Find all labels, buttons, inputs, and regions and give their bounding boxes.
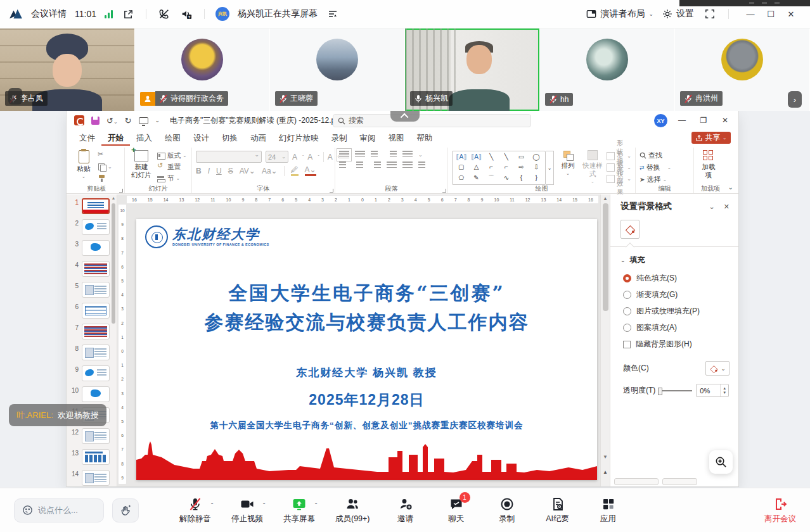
ppt-restore-button[interactable]: ❐ — [693, 111, 714, 130]
collapse-ribbon-icon[interactable]: ⌄ — [728, 184, 733, 191]
slideshow-icon[interactable] — [139, 117, 148, 124]
picture-fill-radio[interactable]: 图片或纹理填充(P) — [623, 306, 730, 317]
mic-options-chevron[interactable]: ⌃ — [210, 502, 214, 508]
char-spacing-button[interactable]: AV⌄ — [240, 167, 255, 175]
menu-draw[interactable]: 绘图 — [158, 132, 187, 146]
minimize-button[interactable]: — — [740, 4, 761, 23]
menu-review[interactable]: 审阅 — [354, 132, 382, 146]
format-painter-button[interactable] — [98, 174, 112, 183]
bullets-button[interactable] — [339, 151, 349, 159]
replace-button[interactable]: ⇄替换⌄ — [640, 163, 671, 172]
menu-record[interactable]: 录制 — [325, 132, 354, 146]
justify-button[interactable] — [387, 162, 397, 170]
reset-button[interactable]: 重置 — [157, 162, 187, 172]
stop-video-button[interactable]: ⌃ 停止视频 — [231, 497, 263, 524]
shrink-font-button[interactable]: Aˇ — [307, 153, 319, 162]
transparency-spinner[interactable]: 0%▲▼ — [696, 384, 729, 397]
menu-home[interactable]: 开始 — [101, 132, 130, 146]
slide-thumbnail[interactable]: 5 — [67, 282, 117, 298]
slide-thumbnail[interactable]: 7 — [67, 324, 117, 339]
thumbnail-scrollbar[interactable]: ▲ — [111, 196, 116, 485]
font-color-button[interactable]: A⌄ — [305, 165, 316, 176]
unmute-button[interactable]: ⌃ 解除静音 — [179, 497, 211, 524]
distribute-button[interactable] — [402, 162, 413, 170]
hide-background-checkbox[interactable]: 隐藏背景图形(H) — [623, 339, 730, 350]
line-spacing-button[interactable] — [402, 151, 413, 159]
columns-button[interactable] — [418, 162, 428, 170]
transparency-slider[interactable] — [659, 390, 692, 391]
align-center-button[interactable] — [355, 162, 365, 170]
grow-font-button[interactable]: Aˆ — [292, 153, 304, 162]
slide-thumbnail[interactable]: 10 — [67, 386, 117, 402]
audio-mode-icon[interactable]: T — [179, 7, 193, 21]
slide-thumbnail[interactable]: 4 — [67, 261, 117, 277]
menu-transitions[interactable]: 切换 — [215, 132, 244, 146]
slide-canvas[interactable]: 东北财经大学 DONGBEI UNIVERSITY OF FINANCE & E… — [136, 219, 597, 480]
quick-chat-input[interactable]: 说点什么... — [14, 498, 104, 522]
font-size-select[interactable]: 24⌄ — [266, 151, 288, 163]
menu-view[interactable]: 视图 — [382, 132, 411, 146]
video-options-chevron[interactable]: ⌃ — [262, 502, 266, 508]
invite-button[interactable]: 邀请 — [390, 497, 421, 524]
share-screen-button[interactable]: ⌃ 共享屏幕 — [283, 497, 315, 524]
search-input[interactable]: 搜索 — [333, 114, 531, 127]
slide-thumbnail[interactable]: 1 — [67, 198, 117, 214]
fullscreen-icon[interactable] — [703, 7, 717, 21]
solid-fill-radio[interactable]: 纯色填充(S) — [623, 273, 730, 284]
menu-slideshow[interactable]: 幻灯片放映 — [273, 132, 325, 146]
strip-scroll-right-button[interactable]: › — [788, 91, 802, 108]
font-name-select[interactable] — [196, 151, 262, 163]
slide-thumbnail[interactable]: 6 — [67, 303, 117, 319]
layout-selector[interactable]: 演讲者布局 ⌄ — [586, 8, 653, 20]
apps-button[interactable]: 应用 — [593, 497, 624, 524]
slide-thumbnail[interactable]: 8 — [67, 345, 117, 360]
gradient-fill-radio[interactable]: 渐变填充(G) — [623, 289, 730, 300]
bold-button[interactable]: B — [196, 167, 202, 175]
copy-button[interactable]: ⌄ — [98, 162, 112, 172]
meeting-details-button[interactable]: 会议详情 — [31, 8, 67, 20]
new-slide-button[interactable]: 新建 幻灯片 — [129, 148, 154, 185]
addins-button[interactable]: 加载项 — [698, 148, 719, 185]
ai-minutes-button[interactable]: AI纪要 — [543, 497, 573, 524]
settings-button[interactable]: 设置 — [662, 8, 694, 20]
select-button[interactable]: ➤选择⌄ — [640, 175, 671, 184]
participant-tile[interactable]: 诗得丽行政会务 — [135, 28, 270, 111]
increase-indent-button[interactable] — [387, 151, 397, 159]
panel-collapse-icon[interactable]: ⌄ — [709, 203, 715, 211]
slide-thumbnail[interactable]: 2 — [67, 219, 117, 235]
slide-thumbnail-panel[interactable]: 1234567891011121314 ▲ — [67, 194, 117, 486]
italic-button[interactable]: I — [208, 167, 210, 175]
phone-off-icon[interactable] — [157, 7, 171, 21]
undo-icon[interactable]: ↺⌄ — [106, 117, 118, 125]
participant-tile-active-speaker[interactable]: 杨兴凯 — [405, 28, 540, 111]
slide-thumbnail[interactable]: 13 — [67, 449, 117, 465]
arrange-button[interactable]: 排列⌄ — [557, 148, 579, 185]
redo-icon[interactable]: ↻ — [125, 117, 132, 125]
ppt-close-button[interactable]: ✕ — [714, 111, 736, 130]
zoom-in-button[interactable] — [709, 450, 733, 474]
strip-scroll-left-button[interactable]: ‹ — [8, 88, 22, 104]
change-case-button[interactable]: Aa⌄ — [262, 167, 278, 175]
color-picker-button[interactable]: ⌄ — [705, 361, 730, 376]
strike-button[interactable]: S — [228, 167, 233, 175]
account-avatar[interactable]: XY — [654, 114, 667, 127]
find-button[interactable]: 查找 — [640, 151, 671, 160]
align-left-button[interactable] — [339, 162, 349, 170]
participant-tile[interactable]: hh — [540, 28, 675, 111]
strip-collapse-tab[interactable] — [390, 111, 420, 122]
slide-thumbnail[interactable]: 9 — [67, 365, 117, 381]
menu-design[interactable]: 设计 — [187, 132, 215, 146]
record-button[interactable]: 录制 — [492, 497, 522, 524]
members-button[interactable]: 成员(99+) — [335, 497, 370, 524]
share-options-chevron[interactable]: ⌃ — [314, 502, 318, 508]
shape-effects-button[interactable]: 形状效果⌄ — [607, 174, 631, 184]
share-invite-icon[interactable] — [121, 7, 135, 21]
paste-button[interactable]: 粘贴⌄ — [73, 148, 94, 185]
qat-customize-icon[interactable]: ⌄ — [155, 118, 160, 124]
leave-meeting-button[interactable]: 离开会议 — [764, 497, 796, 524]
raise-hand-button[interactable] — [112, 498, 139, 522]
slide-thumbnail[interactable]: 14 — [67, 470, 117, 486]
fill-tab-button[interactable] — [620, 220, 640, 239]
layout-button[interactable]: 版式⌄ — [157, 151, 187, 160]
slide-scrollbar[interactable]: ▲▼▲ — [600, 194, 610, 486]
